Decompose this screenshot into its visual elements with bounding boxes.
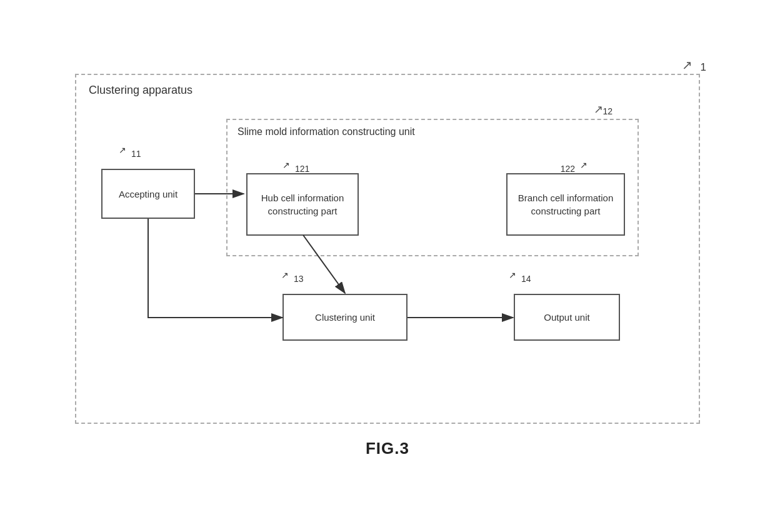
clustering-unit-label: Clustering unit	[315, 311, 375, 324]
ref-arrow-11: ↗	[119, 145, 126, 155]
fig-label: FIG.3	[366, 439, 409, 458]
ref-arrow-14: ↗	[509, 270, 516, 280]
ref-arrow-12: ↗	[594, 103, 603, 116]
branch-cell-label: Branch cell information constructing par…	[508, 191, 624, 218]
slime-mold-label: Slime mold information constructing unit	[238, 126, 415, 138]
ref-num-13: 13	[294, 274, 304, 284]
ref-num-1: 1	[701, 61, 706, 74]
ref-arrow-122: ↗	[580, 160, 588, 170]
ref-num-122: 122	[561, 164, 575, 174]
clustering-unit-box: Clustering unit	[282, 294, 408, 341]
page-container: 1 ↗ Clustering apparatus 12 ↗ Slime mold…	[44, 29, 731, 504]
slime-mold-box: 12 ↗ Slime mold information constructing…	[226, 119, 639, 256]
ref-arrow-121: ↗	[282, 160, 290, 170]
clustering-apparatus-box: 1 ↗ Clustering apparatus 12 ↗ Slime mold…	[75, 74, 700, 424]
ref-num-14: 14	[521, 274, 531, 284]
ref-num-11: 11	[131, 149, 141, 159]
ref-num-12: 12	[602, 106, 612, 116]
clustering-apparatus-label: Clustering apparatus	[89, 84, 192, 97]
accepting-unit-label: Accepting unit	[119, 188, 178, 201]
ref-num-121: 121	[295, 164, 309, 174]
hub-cell-label: Hub cell information constructing part	[248, 191, 358, 218]
ref-arrow-1: ↗	[682, 58, 692, 73]
accepting-unit-box: Accepting unit	[101, 169, 195, 219]
output-unit-box: Output unit	[514, 294, 620, 341]
hub-cell-box: Hub cell information constructing part	[246, 173, 359, 236]
branch-cell-box: Branch cell information constructing par…	[506, 173, 625, 236]
output-unit-label: Output unit	[544, 311, 589, 324]
ref-arrow-13: ↗	[281, 270, 289, 280]
